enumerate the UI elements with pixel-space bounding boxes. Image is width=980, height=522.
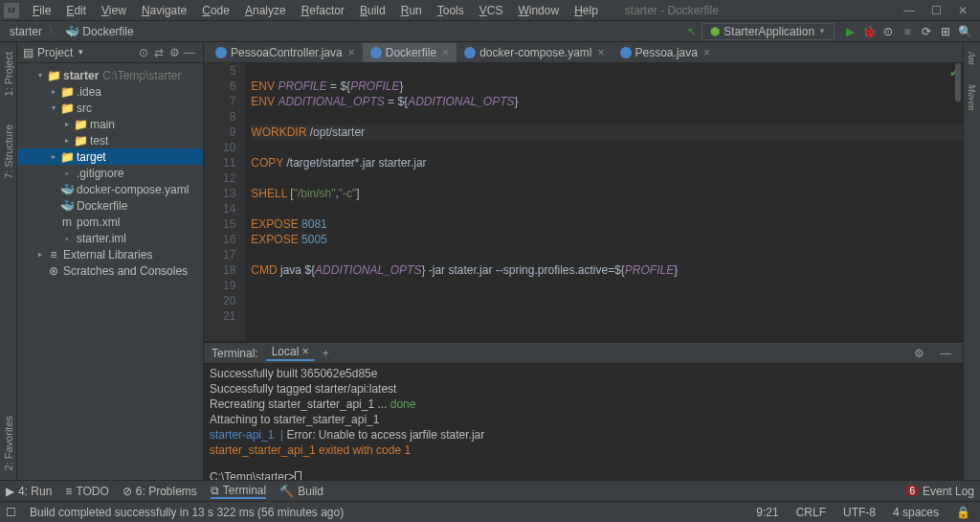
update-button[interactable]: ⟳ (917, 25, 936, 38)
menu-build[interactable]: Build (352, 4, 393, 17)
terminal-tab-local[interactable]: Local × (266, 345, 315, 361)
menu-file[interactable]: File (25, 4, 58, 17)
breadcrumb-file[interactable]: 🐳 Dockerfile (61, 25, 138, 38)
toolwindow-todo[interactable]: ≡TODO (65, 485, 108, 498)
code-line-17[interactable] (251, 247, 963, 262)
tree-node-main[interactable]: ▸📁main (17, 116, 203, 132)
terminal-prompt[interactable]: C:\Temp\starter> (210, 469, 957, 480)
tree-node-test[interactable]: ▸📁test (17, 132, 203, 148)
event-log-button[interactable]: 6 Event Log (905, 485, 974, 498)
add-terminal-button[interactable]: + (323, 347, 329, 360)
project-view-selector[interactable]: ▤Project▼ (23, 46, 136, 59)
dropdown-icon: ▼ (818, 27, 826, 35)
editor-tab-pessoacontroller-java[interactable]: PessoaController.java× (208, 43, 363, 62)
search-everywhere-button[interactable]: 🔍 (955, 25, 974, 38)
menu-navigate[interactable]: Navigate (134, 4, 194, 17)
menu-analyze[interactable]: Analyze (237, 4, 294, 17)
toolwindow-build[interactable]: 🔨Build (279, 485, 323, 498)
tool-ant[interactable]: Ant (967, 52, 977, 65)
code-line-13[interactable]: SHELL ["/bin/sh","-c"] (251, 186, 963, 201)
toolwindow-6--problems[interactable]: ⊘6: Problems (122, 485, 197, 498)
code-line-5[interactable] (251, 63, 963, 79)
tool-structure[interactable]: 7: Structure (3, 125, 14, 179)
breadcrumb-root[interactable]: starter (6, 25, 46, 38)
tree-node-scratches-and-consoles[interactable]: ⊛Scratches and Consoles (17, 262, 203, 279)
close-icon[interactable]: × (442, 46, 449, 59)
code-line-14[interactable] (251, 201, 963, 216)
tree-node-starter-iml[interactable]: ◦starter.iml (17, 230, 203, 246)
menu-view[interactable]: View (94, 4, 134, 17)
menu-edit[interactable]: Edit (58, 4, 94, 17)
editor-tab-pessoa-java[interactable]: Pessoa.java× (612, 43, 718, 62)
menu-window[interactable]: Window (510, 4, 567, 17)
menu-run[interactable]: Run (393, 4, 430, 17)
status-message: Build completed successfully in 13 s 322… (26, 506, 347, 519)
tree-node-docker-compose-yaml[interactable]: 🐳docker-compose.yaml (17, 181, 203, 197)
minimize-button[interactable]: — (896, 4, 923, 17)
terminal-settings-icon[interactable]: ⚙ (910, 347, 928, 360)
debug-button[interactable]: 🐞 (859, 25, 879, 38)
menu-refactor[interactable]: Refactor (294, 4, 352, 17)
tool-favorites[interactable]: 2: Favorites (3, 416, 14, 470)
code-line-20[interactable] (251, 293, 963, 308)
status-icon[interactable]: ☐ (6, 506, 16, 519)
layout-button[interactable]: ⊞ (936, 25, 955, 38)
tree-node-pom-xml[interactable]: mpom.xml (17, 214, 203, 230)
expand-icon[interactable]: ⇄ (151, 46, 167, 59)
menu-tools[interactable]: Tools (430, 4, 472, 17)
code-line-21[interactable] (251, 308, 963, 324)
tree-node--idea[interactable]: ▸📁.idea (17, 83, 203, 100)
code-line-16[interactable]: EXPOSE 5005 (251, 232, 963, 247)
breadcrumb-sep: 〉 (46, 23, 61, 39)
caret-position[interactable]: 9:21 (752, 506, 782, 519)
tool-maven[interactable]: Maven (967, 84, 977, 110)
terminal-hide-icon[interactable]: — (936, 347, 955, 360)
tree-node-external-libraries[interactable]: ▸≡External Libraries (17, 246, 203, 262)
locate-icon[interactable]: ⊙ (136, 46, 151, 59)
menu-code[interactable]: Code (194, 4, 237, 17)
back-nav-icon[interactable]: ↖ (682, 25, 702, 38)
code-line-10[interactable] (251, 140, 963, 155)
lock-icon[interactable]: 🔒 (952, 506, 974, 519)
stop-button[interactable]: ■ (898, 25, 917, 38)
toolwindow-4--run[interactable]: ▶4: Run (6, 485, 52, 498)
tree-node-src[interactable]: ▾📁src (17, 100, 203, 116)
code-line-19[interactable] (251, 278, 963, 293)
hide-panel-icon[interactable]: — (182, 46, 197, 59)
tree-node-target[interactable]: ▸📁target (17, 148, 203, 165)
close-icon[interactable]: × (348, 46, 355, 59)
code-line-11[interactable]: COPY /target/starter*.jar starter.jar (251, 155, 963, 170)
scrollbar-thumb[interactable] (955, 63, 961, 102)
close-icon[interactable]: × (598, 46, 605, 59)
code-line-15[interactable]: EXPOSE 8081 (251, 216, 963, 232)
editor-tab-docker-compose-yaml[interactable]: docker-compose.yaml× (457, 43, 612, 62)
terminal-line: Successfully built 365062e5d85e (210, 366, 957, 381)
run-button[interactable]: ▶ (840, 25, 859, 38)
maximize-button[interactable]: ☐ (923, 4, 949, 17)
code-line-7[interactable]: ENV ADDITIONAL_OPTS = ${ADDITIONAL_OPTS} (251, 94, 963, 109)
close-tab-icon[interactable]: × (302, 345, 309, 358)
editor-tab-dockerfile[interactable]: Dockerfile× (363, 43, 457, 62)
coverage-button[interactable]: ⊙ (879, 25, 898, 38)
menu-vcs[interactable]: VCS (472, 4, 511, 17)
code-line-6[interactable]: ENV PROFILE = ${PROFILE} (251, 79, 963, 94)
terminal-line: Attaching to starter_starter_api_1 (210, 412, 957, 427)
tree-node-dockerfile[interactable]: 🐳Dockerfile (17, 197, 203, 214)
settings-icon[interactable]: ⚙ (167, 46, 182, 59)
run-config-selector[interactable]: ⬢ StarterApplication ▼ (702, 23, 835, 40)
code-line-18[interactable]: CMD java ${ADDITIONAL_OPTS} -jar stater.… (251, 262, 963, 278)
tree-node--gitignore[interactable]: ◦.gitignore (17, 165, 203, 181)
code-line-12[interactable] (251, 170, 963, 186)
tool-project[interactable]: 1: Project (3, 52, 14, 96)
indent-setting[interactable]: 4 spaces (889, 506, 943, 519)
close-icon[interactable]: × (703, 46, 710, 59)
run-config-name: StarterApplication (724, 25, 814, 38)
code-line-9[interactable]: WORKDIR /opt/starter (251, 125, 963, 140)
menu-help[interactable]: Help (567, 4, 606, 17)
file-encoding[interactable]: UTF-8 (839, 506, 880, 519)
line-separator[interactable]: CRLF (792, 506, 830, 519)
close-window-button[interactable]: ✕ (949, 4, 976, 17)
toolwindow-terminal[interactable]: ⧉Terminal (211, 484, 266, 499)
tree-node-starter[interactable]: ▾📁starterC:\Temp\starter (17, 67, 203, 83)
code-line-8[interactable] (251, 109, 963, 125)
